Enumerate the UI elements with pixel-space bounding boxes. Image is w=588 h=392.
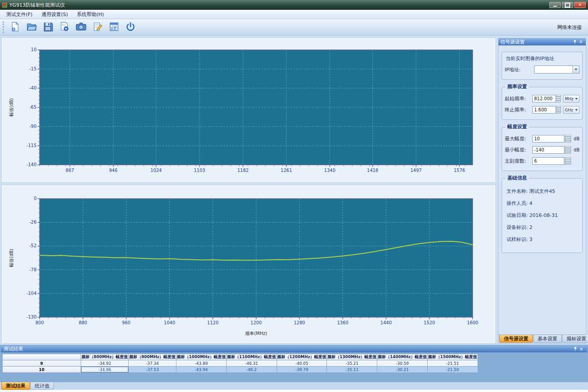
svg-text:1280: 1280 xyxy=(294,320,305,325)
freq-stepper-down[interactable] xyxy=(556,110,561,114)
amp-stepper[interactable] xyxy=(565,135,571,143)
table-cell[interactable]: -46.31 xyxy=(226,360,277,367)
minimize-button[interactable] xyxy=(549,2,561,8)
amp-stepper-down[interactable] xyxy=(565,161,571,165)
frequency-group-title: 频率设置 xyxy=(506,84,529,90)
freq-input[interactable]: 812.000 xyxy=(532,95,556,102)
column-header-5[interactable]: 频标（1200MHz）幅度值 xyxy=(277,354,327,360)
table-cell[interactable]: -40.05 xyxy=(277,360,327,367)
camera-icon xyxy=(76,22,86,33)
amp-input[interactable]: -140 xyxy=(532,146,564,154)
chevron-down-icon[interactable] xyxy=(572,66,579,73)
table-cell[interactable]: -43.94 xyxy=(176,367,227,373)
results-dock: 测试结果 × 频标（800MHz）幅度值频标（900MHz）幅度值频标（1000… xyxy=(0,345,588,382)
chevron-down-icon xyxy=(575,98,578,100)
close-icon[interactable]: × xyxy=(578,39,584,45)
toolbar-grip[interactable] xyxy=(3,21,4,33)
column-header-8[interactable]: 频标（1500MHz）幅度值 xyxy=(427,354,478,360)
menu-item-2[interactable]: 通用设置(S) xyxy=(37,10,73,19)
svg-text:-52: -52 xyxy=(29,243,37,248)
table-cell[interactable]: -39.79 xyxy=(277,367,327,373)
amp-stepper-down[interactable] xyxy=(565,150,571,154)
statusbar-strip xyxy=(0,390,588,392)
freq-unit-select[interactable]: MHz xyxy=(563,95,580,102)
ip-label: IP地址: xyxy=(505,66,532,73)
ip-address-select[interactable] xyxy=(534,65,580,74)
amp-stepper-down[interactable] xyxy=(565,139,571,143)
svg-text:1600: 1600 xyxy=(467,320,478,325)
amp-stepper[interactable] xyxy=(565,157,571,165)
power-button[interactable] xyxy=(123,20,138,34)
pin-icon[interactable] xyxy=(572,346,578,352)
table-cell[interactable]: -30.21 xyxy=(377,367,428,373)
menu-item-1[interactable]: 测试文件(F) xyxy=(2,10,37,19)
column-header-3[interactable]: 频标（1000MHz）幅度值 xyxy=(176,354,227,360)
menu-item-3[interactable]: 系统帮助(H) xyxy=(73,10,109,19)
table-cell[interactable]: -37.53 xyxy=(129,367,176,373)
table-cell[interactable]: -21.51 xyxy=(427,360,478,367)
results-dock-header: 测试结果 × xyxy=(1,346,587,352)
svg-text:1520: 1520 xyxy=(424,320,435,325)
table-cell[interactable]: -35.21 xyxy=(327,360,377,367)
freq-stepper-up[interactable] xyxy=(556,95,561,99)
table-row[interactable]: 9-34.92-37.34-43.89-46.31-40.05-35.21-30… xyxy=(3,360,478,367)
amp-stepper-up[interactable] xyxy=(565,157,571,161)
table-cell[interactable]: -30.59 xyxy=(377,360,428,367)
table-cell[interactable]: -34.92 xyxy=(81,360,129,367)
edit-note-button[interactable] xyxy=(90,20,105,34)
column-header-2[interactable]: 频标（900MHz）幅度值 xyxy=(129,354,176,360)
amp-stepper-up[interactable] xyxy=(565,146,571,150)
table-cell[interactable]: -43.89 xyxy=(176,360,227,367)
freq-stepper-down[interactable] xyxy=(556,99,561,103)
settings-tab-3[interactable]: 频标设置 xyxy=(562,335,588,343)
row-label[interactable]: 9 xyxy=(3,360,81,367)
maximize-button[interactable] xyxy=(562,2,573,8)
freq-stepper-up[interactable] xyxy=(556,106,561,110)
table-cell[interactable]: -35.11 xyxy=(327,367,377,373)
settings-tab-2[interactable]: 基本设置 xyxy=(533,335,562,343)
save-button[interactable] xyxy=(41,20,55,34)
report-window-button[interactable] xyxy=(107,20,121,34)
freq-stepper[interactable] xyxy=(556,95,561,102)
signal-source-panel: 信号源设置 × 当前实时图像的IP地址 IP地址: 频率设置 起始频率:812. xyxy=(498,38,586,344)
basic-info-group: 基础信息 文件名称: 测试文件45操作人员: 4试验日期: 2016-08-31… xyxy=(502,178,583,253)
freq-stepper[interactable] xyxy=(556,106,561,114)
column-header-0[interactable] xyxy=(3,354,81,360)
column-header-1[interactable]: 频标（800MHz）幅度值 xyxy=(81,354,129,360)
column-header-7[interactable]: 频标（1400MHz）幅度值 xyxy=(377,354,428,360)
pin-icon[interactable] xyxy=(572,39,578,45)
export-file-button[interactable] xyxy=(57,20,72,34)
results-tab-1[interactable]: 测试结果 xyxy=(1,382,30,390)
table-cell[interactable]: -37.34 xyxy=(129,360,176,367)
amp-input[interactable]: 10 xyxy=(532,135,564,143)
column-header-4[interactable]: 频标（1100MHz）幅度值 xyxy=(226,354,277,360)
chevron-down-icon xyxy=(575,109,578,111)
close-icon[interactable]: × xyxy=(578,346,584,352)
power-icon xyxy=(126,22,135,33)
table-row[interactable]: 10-34.96-37.53-43.94-46.2-39.79-35.11-30… xyxy=(3,367,478,373)
amp-stepper-up[interactable] xyxy=(565,135,571,139)
table-cell[interactable]: -34.96 xyxy=(81,367,129,373)
freq-input[interactable]: 1.600 xyxy=(532,106,556,114)
menubar: 测试文件(F)通用设置(S)系统帮助(H) xyxy=(0,10,588,19)
table-cell[interactable]: -21.50 xyxy=(427,367,478,373)
column-header-6[interactable]: 频标（1300MHz）幅度值 xyxy=(327,354,377,360)
svg-text:1497: 1497 xyxy=(410,168,421,173)
camera-button[interactable] xyxy=(74,20,88,34)
svg-text:1120: 1120 xyxy=(207,320,218,325)
table-cell[interactable]: -46.2 xyxy=(226,367,277,373)
amp-input[interactable]: 6 xyxy=(532,157,564,165)
amp-stepper[interactable] xyxy=(565,146,571,154)
new-file-button[interactable] xyxy=(8,20,22,34)
row-label[interactable]: 10 xyxy=(3,367,81,373)
freq-label: 起始频率: xyxy=(505,95,532,102)
save-icon xyxy=(43,22,53,33)
svg-text:频率(MHz): 频率(MHz) xyxy=(245,331,267,336)
results-tab-2[interactable]: 统计值 xyxy=(30,382,54,390)
open-folder-button[interactable] xyxy=(24,20,39,34)
svg-text:-130: -130 xyxy=(26,314,37,319)
settings-tab-1[interactable]: 信号源设置 xyxy=(499,335,533,343)
realtime-spectrum-plot: 8679461024110311821261134014181497157610… xyxy=(2,38,495,182)
freq-unit-select[interactable]: GHz xyxy=(563,106,580,114)
close-button[interactable]: ✕ xyxy=(574,2,586,8)
